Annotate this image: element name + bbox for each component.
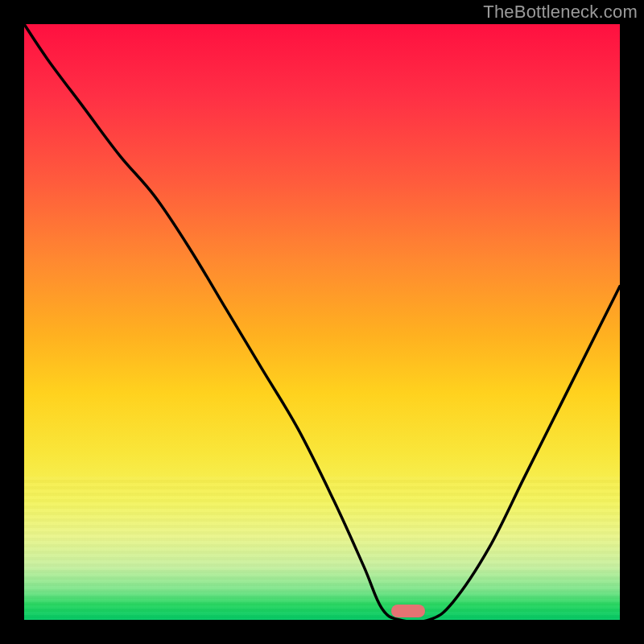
optimum-marker [391, 605, 425, 617]
plot-area [24, 24, 620, 620]
bottleneck-curve-path [24, 24, 620, 620]
bottleneck-curve-svg [24, 24, 620, 620]
chart-container: TheBottleneck.com [0, 0, 644, 644]
watermark-text: TheBottleneck.com [483, 2, 638, 23]
